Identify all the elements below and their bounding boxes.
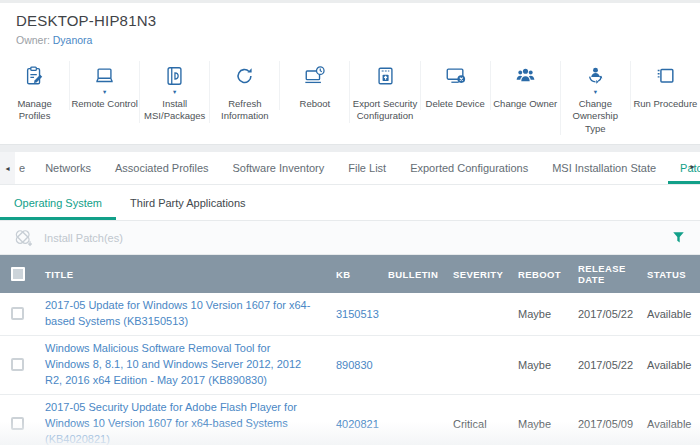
refresh-information-button[interactable]: Refresh Information bbox=[209, 61, 279, 123]
export-security-icon bbox=[374, 64, 397, 88]
toolbar-button-label: Run Procedure bbox=[633, 98, 697, 110]
column-reboot[interactable]: REBOOT bbox=[512, 269, 572, 280]
row-checkbox-cell bbox=[0, 417, 36, 430]
tabs-scroll-right-icon[interactable]: ▸ bbox=[686, 152, 699, 181]
funnel-icon bbox=[671, 230, 686, 245]
toolbar-button-label: Refresh Information bbox=[211, 98, 279, 123]
install-msi-icon bbox=[163, 64, 186, 88]
caret-down-icon: ▾ bbox=[173, 88, 176, 96]
header-checkbox-cell bbox=[0, 267, 36, 281]
install-patches-button[interactable]: Install Patch(es) bbox=[14, 227, 123, 249]
remote-control-icon bbox=[93, 64, 116, 88]
change-ownership-type-button[interactable]: ▾ Change Ownership Type bbox=[560, 61, 630, 135]
release-date-cell: 2017/05/22 bbox=[572, 359, 641, 371]
subtab-operating-system[interactable]: Operating System bbox=[0, 185, 116, 220]
status-cell: Available bbox=[641, 418, 700, 430]
toolbar-button-label: Reboot bbox=[300, 98, 331, 110]
manage-profiles-button[interactable]: Manage Profiles bbox=[0, 61, 69, 123]
run-procedure-button[interactable]: Run Procedure bbox=[630, 61, 700, 110]
kb-link[interactable]: 890830 bbox=[336, 359, 373, 371]
toolbar-button-label: Install MSI/Packages bbox=[141, 98, 209, 123]
patch-action-bar: Install Patch(es) bbox=[0, 221, 700, 255]
column-release-date[interactable]: RELEASE DATE bbox=[572, 263, 641, 285]
patch-title-link[interactable]: Windows Malicious Software Removal Tool … bbox=[45, 342, 301, 386]
caret-down-icon: ▾ bbox=[594, 88, 597, 96]
kb-link[interactable]: 4020821 bbox=[336, 418, 379, 430]
table-row[interactable]: 2017-05 Update for Windows 10 Version 16… bbox=[0, 293, 700, 336]
toolbar-button-label: Change Owner bbox=[493, 98, 557, 110]
device-toolbar: Manage Profiles ▾ Remote Control ▾ Insta… bbox=[0, 53, 700, 144]
toolbar-button-label: Remote Control bbox=[71, 98, 138, 110]
refresh-icon bbox=[233, 64, 256, 88]
toolbar-button-label: Delete Device bbox=[426, 98, 485, 110]
device-tabs: ◂ e Networks Associated Profiles Softwar… bbox=[0, 152, 700, 185]
column-bulletin[interactable]: BULLETIN bbox=[382, 269, 447, 280]
patch-icon bbox=[14, 227, 36, 249]
column-title[interactable]: TITLE bbox=[36, 269, 330, 280]
tab-file-list[interactable]: File List bbox=[336, 152, 398, 184]
patch-title-link[interactable]: 2017-05 Update for Windows 10 Version 16… bbox=[45, 299, 310, 327]
owner-line: Owner: Dyanora bbox=[16, 34, 684, 46]
row-checkbox-cell bbox=[0, 358, 36, 371]
tab-exported-configurations[interactable]: Exported Configurations bbox=[398, 152, 540, 184]
remote-control-button[interactable]: ▾ Remote Control bbox=[69, 61, 139, 110]
row-checkbox[interactable] bbox=[11, 307, 24, 320]
delete-device-button[interactable]: Delete Device bbox=[420, 61, 490, 110]
kb-link[interactable]: 3150513 bbox=[336, 308, 379, 320]
install-patches-label: Install Patch(es) bbox=[44, 232, 123, 244]
patch-subtabs: Operating System Third Party Application… bbox=[0, 185, 700, 221]
toolbar-button-label: Export Security Configuration bbox=[351, 98, 419, 123]
toolbar-button-label: Manage Profiles bbox=[1, 98, 69, 123]
page-title: DESKTOP-HIP81N3 bbox=[16, 12, 684, 29]
tab-associated-profiles[interactable]: Associated Profiles bbox=[103, 152, 221, 184]
reboot-button[interactable]: Reboot bbox=[279, 61, 349, 110]
filter-button[interactable] bbox=[671, 230, 686, 245]
table-row[interactable]: Windows Malicious Software Removal Tool … bbox=[0, 336, 700, 395]
release-date-cell: 2017/05/09 bbox=[572, 418, 641, 430]
caret-down-icon: ▾ bbox=[103, 88, 106, 96]
reboot-icon bbox=[303, 64, 326, 88]
tab-msi-installation-state[interactable]: MSI Installation State bbox=[540, 152, 668, 184]
owner-label: Owner: bbox=[16, 34, 50, 46]
row-checkbox-cell bbox=[0, 307, 36, 320]
owner-link[interactable]: Dyanora bbox=[53, 34, 93, 46]
separator bbox=[0, 144, 700, 152]
row-checkbox[interactable] bbox=[11, 417, 24, 430]
severity-cell: Critical bbox=[447, 418, 512, 430]
column-status[interactable]: STATUS bbox=[641, 269, 700, 280]
column-kb[interactable]: KB bbox=[330, 269, 382, 280]
subtab-third-party-applications[interactable]: Third Party Applications bbox=[116, 185, 260, 220]
tab-software-inventory[interactable]: Software Inventory bbox=[221, 152, 337, 184]
reboot-cell: Maybe bbox=[512, 418, 572, 430]
change-owner-button[interactable]: Change Owner bbox=[490, 61, 560, 110]
patch-title-link[interactable]: 2017-05 Security Update for Adobe Flash … bbox=[45, 401, 297, 445]
device-header: DESKTOP-HIP81N3 Owner: Dyanora bbox=[0, 3, 700, 53]
tabs-scroll-left-icon[interactable]: ◂ bbox=[0, 152, 15, 184]
change-owner-icon bbox=[514, 64, 537, 88]
tab-networks[interactable]: Networks bbox=[33, 152, 103, 184]
install-msi-button[interactable]: ▾ Install MSI/Packages bbox=[139, 61, 209, 123]
run-procedure-icon bbox=[654, 64, 677, 88]
row-checkbox[interactable] bbox=[11, 358, 24, 371]
change-ownership-icon bbox=[584, 64, 607, 88]
patch-table-header: TITLE KB BULLETIN SEVERITY REBOOT RELEAS… bbox=[0, 255, 700, 293]
select-all-checkbox[interactable] bbox=[11, 267, 25, 281]
toolbar-button-label: Change Ownership Type bbox=[561, 98, 629, 135]
reboot-cell: Maybe bbox=[512, 359, 572, 371]
status-cell: Available bbox=[641, 359, 700, 371]
table-row[interactable]: 2017-05 Security Update for Adobe Flash … bbox=[0, 395, 700, 445]
manage-profiles-icon bbox=[23, 64, 46, 88]
delete-device-icon bbox=[444, 64, 467, 88]
column-severity[interactable]: SEVERITY bbox=[447, 269, 512, 280]
export-security-configuration-button[interactable]: Export Security Configuration bbox=[349, 61, 419, 123]
status-cell: Available bbox=[641, 308, 700, 320]
tab-partial[interactable]: e bbox=[15, 152, 33, 184]
release-date-cell: 2017/05/22 bbox=[572, 308, 641, 320]
reboot-cell: Maybe bbox=[512, 308, 572, 320]
